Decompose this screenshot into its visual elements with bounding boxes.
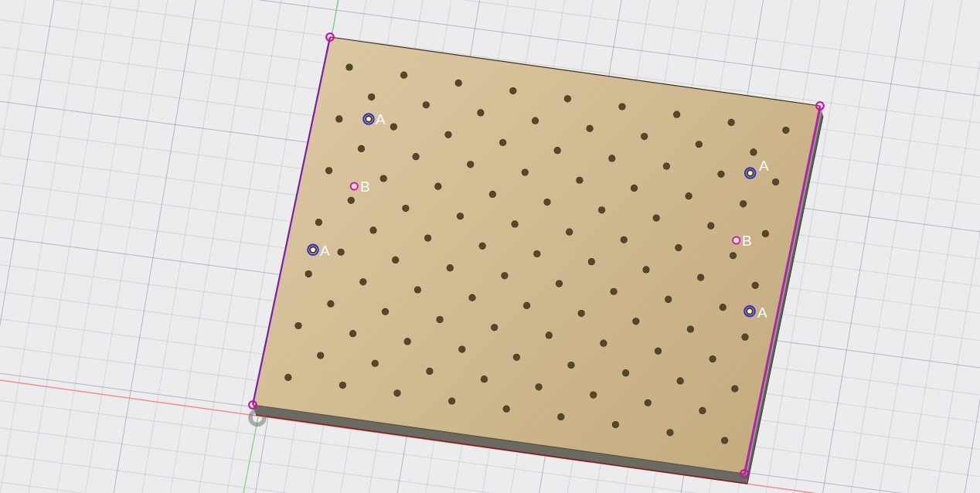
- hole[interactable]: [697, 274, 704, 281]
- hole[interactable]: [481, 376, 488, 382]
- hole[interactable]: [622, 369, 629, 376]
- hole[interactable]: [590, 391, 597, 398]
- hole[interactable]: [455, 80, 462, 87]
- hole[interactable]: [284, 374, 291, 381]
- hole[interactable]: [458, 346, 465, 353]
- hole[interactable]: [677, 377, 684, 384]
- hole[interactable]: [543, 199, 550, 206]
- hole[interactable]: [390, 124, 397, 131]
- hole[interactable]: [392, 257, 399, 264]
- hole[interactable]: [358, 145, 365, 152]
- hole[interactable]: [533, 250, 540, 257]
- hole[interactable]: [587, 125, 594, 132]
- hole[interactable]: [612, 421, 619, 428]
- hole[interactable]: [380, 175, 387, 182]
- hole[interactable]: [731, 386, 738, 393]
- hole[interactable]: [576, 177, 583, 184]
- hole[interactable]: [414, 286, 421, 293]
- hole[interactable]: [501, 272, 508, 279]
- hole[interactable]: [499, 139, 506, 146]
- hole[interactable]: [588, 258, 595, 265]
- hole[interactable]: [717, 171, 724, 178]
- hole[interactable]: [728, 119, 735, 126]
- hole[interactable]: [730, 252, 737, 259]
- hole[interactable]: [335, 115, 342, 122]
- hole[interactable]: [345, 63, 352, 70]
- hole[interactable]: [523, 302, 530, 309]
- hole[interactable]: [338, 249, 345, 256]
- selected-hole-point[interactable]: [744, 306, 755, 317]
- hole[interactable]: [404, 338, 411, 345]
- hole[interactable]: [621, 236, 628, 243]
- hole[interactable]: [348, 197, 355, 204]
- hole[interactable]: [750, 148, 757, 155]
- hole[interactable]: [741, 334, 748, 341]
- hole[interactable]: [566, 229, 573, 236]
- hole[interactable]: [393, 389, 400, 396]
- sketch-point[interactable]: [351, 182, 358, 189]
- hole[interactable]: [434, 183, 441, 190]
- hole[interactable]: [447, 264, 454, 271]
- hole[interactable]: [467, 161, 474, 168]
- hole[interactable]: [437, 316, 444, 323]
- hole[interactable]: [567, 362, 574, 369]
- hole[interactable]: [402, 205, 409, 212]
- hole[interactable]: [641, 133, 648, 140]
- hole[interactable]: [369, 226, 376, 233]
- hole[interactable]: [632, 318, 639, 325]
- hole[interactable]: [305, 270, 312, 277]
- hole[interactable]: [522, 168, 529, 175]
- hole[interactable]: [600, 340, 607, 347]
- hole[interactable]: [720, 304, 726, 311]
- hole[interactable]: [707, 223, 714, 230]
- hole[interactable]: [686, 192, 692, 199]
- hole[interactable]: [608, 155, 615, 162]
- hole[interactable]: [536, 383, 543, 390]
- hole[interactable]: [631, 185, 638, 192]
- hole[interactable]: [477, 109, 484, 116]
- hole[interactable]: [772, 178, 779, 185]
- hole[interactable]: [327, 301, 334, 308]
- hole[interactable]: [382, 308, 389, 315]
- hole[interactable]: [699, 407, 706, 414]
- hole[interactable]: [503, 406, 510, 413]
- hole[interactable]: [372, 360, 379, 367]
- hole[interactable]: [349, 330, 356, 337]
- hole[interactable]: [444, 131, 451, 138]
- hole[interactable]: [556, 280, 563, 287]
- hole[interactable]: [762, 230, 769, 237]
- hole[interactable]: [339, 382, 346, 389]
- hole[interactable]: [618, 103, 625, 110]
- hole[interactable]: [479, 243, 486, 250]
- hole[interactable]: [578, 310, 585, 317]
- selected-hole-point[interactable]: [363, 114, 374, 124]
- hole[interactable]: [546, 332, 553, 338]
- hole[interactable]: [491, 324, 498, 331]
- cad-viewport[interactable]: A B A A B A: [0, 0, 980, 493]
- hole[interactable]: [294, 322, 301, 329]
- hole[interactable]: [665, 296, 672, 303]
- hole[interactable]: [653, 214, 660, 221]
- hole[interactable]: [315, 219, 322, 226]
- hole[interactable]: [782, 127, 789, 134]
- hole[interactable]: [598, 206, 605, 213]
- hole[interactable]: [448, 397, 455, 404]
- hole[interactable]: [489, 191, 496, 198]
- hole[interactable]: [663, 163, 670, 170]
- hole[interactable]: [557, 413, 564, 420]
- hole[interactable]: [642, 266, 649, 273]
- hole[interactable]: [426, 368, 433, 375]
- hole[interactable]: [611, 288, 618, 295]
- hole[interactable]: [721, 437, 728, 444]
- sketch-point[interactable]: [733, 236, 740, 243]
- hole[interactable]: [752, 282, 759, 289]
- hole[interactable]: [400, 72, 407, 79]
- hole[interactable]: [457, 212, 464, 219]
- selected-hole-point[interactable]: [745, 168, 756, 178]
- hole[interactable]: [666, 429, 673, 436]
- hole[interactable]: [424, 235, 431, 242]
- origin-marker[interactable]: [250, 411, 264, 425]
- hole[interactable]: [513, 354, 520, 361]
- hole[interactable]: [554, 147, 561, 154]
- hole[interactable]: [645, 400, 652, 406]
